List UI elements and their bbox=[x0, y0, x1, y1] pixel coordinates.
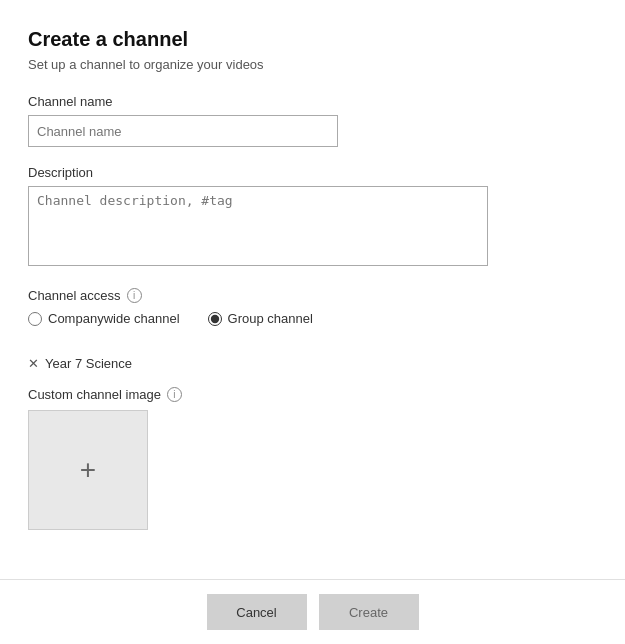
dialog-footer: Cancel Create bbox=[0, 579, 625, 644]
access-label-row: Channel access i bbox=[28, 288, 593, 303]
group-tag-text: Year 7 Science bbox=[45, 356, 132, 371]
channel-name-label: Channel name bbox=[28, 94, 593, 109]
custom-image-info-icon[interactable]: i bbox=[167, 387, 182, 402]
custom-image-label-row: Custom channel image i bbox=[28, 387, 593, 402]
cancel-button[interactable]: Cancel bbox=[207, 594, 307, 630]
group-channel-option[interactable]: Group channel bbox=[208, 311, 313, 326]
companywide-radio[interactable] bbox=[28, 312, 42, 326]
description-field: Description bbox=[28, 165, 593, 270]
channel-access-section: Channel access i Companywide channel Gro… bbox=[28, 288, 593, 336]
remove-tag-icon[interactable]: ✕ bbox=[28, 356, 39, 371]
group-radio[interactable] bbox=[208, 312, 222, 326]
create-button[interactable]: Create bbox=[319, 594, 419, 630]
group-tag-row: ✕ Year 7 Science bbox=[28, 356, 593, 371]
create-channel-dialog: Create a channel Set up a channel to org… bbox=[0, 0, 625, 579]
channel-name-field: Channel name bbox=[28, 94, 593, 147]
channel-access-label: Channel access bbox=[28, 288, 121, 303]
page-subtitle: Set up a channel to organize your videos bbox=[28, 57, 593, 72]
description-label: Description bbox=[28, 165, 593, 180]
companywide-channel-option[interactable]: Companywide channel bbox=[28, 311, 180, 326]
channel-access-radio-group: Companywide channel Group channel bbox=[28, 311, 593, 326]
companywide-label: Companywide channel bbox=[48, 311, 180, 326]
custom-image-section: Custom channel image i + bbox=[28, 387, 593, 530]
group-label: Group channel bbox=[228, 311, 313, 326]
custom-image-label: Custom channel image bbox=[28, 387, 161, 402]
channel-access-info-icon[interactable]: i bbox=[127, 288, 142, 303]
image-upload-box[interactable]: + bbox=[28, 410, 148, 530]
page-title: Create a channel bbox=[28, 28, 593, 51]
description-input[interactable] bbox=[28, 186, 488, 266]
add-image-icon: + bbox=[80, 456, 96, 484]
channel-name-input[interactable] bbox=[28, 115, 338, 147]
